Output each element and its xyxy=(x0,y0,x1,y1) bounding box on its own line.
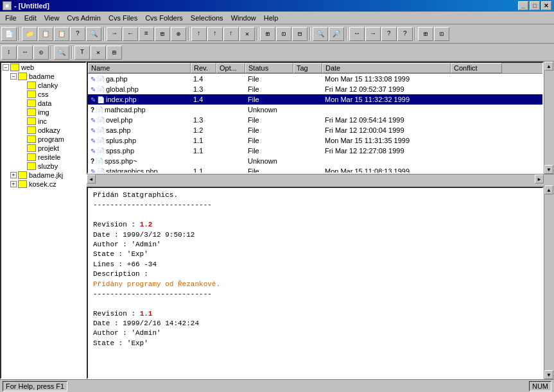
file-row-mathcad[interactable]: ? 📄 mathcad.php Unknown xyxy=(88,105,542,115)
tree-item-program[interactable]: program xyxy=(1,135,85,144)
scroll-up-btn[interactable]: ▲ xyxy=(544,62,553,71)
col-status[interactable]: Status xyxy=(245,63,293,73)
tb-btn3[interactable]: 📋 xyxy=(54,27,69,41)
file-row-spss-tilde[interactable]: ? 📄 spss.php~ Unknown xyxy=(88,156,542,166)
minimize-button[interactable]: _ xyxy=(518,1,528,10)
menu-cvs-admin[interactable]: Cvs Admin xyxy=(63,12,105,24)
tb-btn12[interactable]: ✕ xyxy=(239,27,255,41)
log-revision-label-1: Revision : 1.2 xyxy=(93,221,152,228)
tb-btn8[interactable]: ⊞ xyxy=(155,27,170,41)
tb2-btn3[interactable]: ⊙ xyxy=(33,46,49,60)
title-bar-buttons: _ □ ✕ xyxy=(518,1,551,10)
tb2-edit[interactable]: T xyxy=(74,46,90,60)
tb2-btn2[interactable]: ↔ xyxy=(17,46,33,60)
tree-item-clanky[interactable]: clanky xyxy=(1,81,85,90)
tb-btn19[interactable]: → xyxy=(365,27,381,41)
status-index: File xyxy=(245,96,293,103)
file-list-hscrollbar[interactable]: ◄ ► xyxy=(87,174,554,184)
tree-item-resitele[interactable]: resitele xyxy=(1,153,85,162)
tb-btn10[interactable]: ↑ xyxy=(207,27,223,41)
col-tag[interactable]: Tag xyxy=(293,63,322,73)
tb2-btn1[interactable]: ↕ xyxy=(1,46,17,60)
file-row-index[interactable]: ✎ 📄 index.php 1.4 File Mon Mar 15 11:32:… xyxy=(88,94,542,105)
log-state-2: State : 'Exp' xyxy=(93,339,148,347)
expand-kosek-cz[interactable]: + xyxy=(10,181,17,187)
tb-btn17[interactable]: 🔎 xyxy=(329,27,344,41)
tree-item-sluzby[interactable]: sluzby xyxy=(1,162,85,171)
tree-item-inc[interactable]: inc xyxy=(1,117,85,126)
tree-label-resitele: resitele xyxy=(38,153,60,161)
tb-btn16[interactable]: 🔍 xyxy=(313,27,328,41)
tree-item-css[interactable]: css xyxy=(1,90,85,99)
tb-btn9[interactable]: ↑ xyxy=(191,27,207,41)
col-conflict[interactable]: Conflict xyxy=(451,63,502,73)
log-scroll-down[interactable]: ▼ xyxy=(544,370,553,379)
tb-btn2[interactable]: 📋 xyxy=(38,27,53,41)
tb-btn18[interactable]: ↔ xyxy=(349,27,365,41)
tb-btn6[interactable]: ← xyxy=(123,27,138,41)
tree-item-badame[interactable]: − badame xyxy=(1,72,85,81)
tb-btn21[interactable]: ? xyxy=(397,27,413,41)
separator-2 xyxy=(103,28,105,40)
file-row-statgraphics[interactable]: ✎ 📄 statgraphics.php 1.1 File Mon Mar 15… xyxy=(88,166,542,174)
col-name[interactable]: Name xyxy=(88,63,191,73)
tb-btn5[interactable]: → xyxy=(107,27,122,41)
tree-item-odkazy[interactable]: odkazy xyxy=(1,126,85,135)
tb-btn7[interactable]: ≡ xyxy=(139,27,154,41)
tree-item-img[interactable]: img xyxy=(1,108,85,117)
menu-file[interactable]: File xyxy=(1,12,21,24)
tree-item-projekt[interactable]: projekt xyxy=(1,144,85,153)
tree-item-web[interactable]: − web xyxy=(1,63,85,72)
expand-badame[interactable]: − xyxy=(10,73,17,80)
col-opt[interactable]: Opt... xyxy=(216,63,245,73)
close-button[interactable]: ✕ xyxy=(541,1,551,10)
file-list: Name Rev. Opt... Status Tag Date Conflic… xyxy=(87,62,544,174)
menu-cvs-files[interactable]: Cvs Files xyxy=(105,12,141,24)
tb2-btn6[interactable]: ⊞ xyxy=(107,46,122,60)
tb-btn4[interactable]: 🔍 xyxy=(86,27,101,41)
log-scroll-up[interactable]: ▲ xyxy=(544,185,553,194)
unknown-icon-spss-tilde: ? xyxy=(91,158,94,165)
menu-view[interactable]: View xyxy=(40,12,64,24)
menu-help[interactable]: Help xyxy=(260,12,282,24)
tb2-btn4[interactable]: 🔍 xyxy=(54,46,69,60)
tb-btn11[interactable]: ↑ xyxy=(223,27,239,41)
file-row-sas[interactable]: ✎ 📄 sas.php 1.2 File Fri Mar 12 12:00:04… xyxy=(88,125,542,135)
status-mathcad: Unknown xyxy=(245,106,293,114)
scroll-left-btn[interactable]: ◄ xyxy=(87,175,96,183)
file-row-ovel[interactable]: ✎ 📄 ovel.php 1.3 File Fri Mar 12 09:54:1… xyxy=(88,115,542,125)
file-row-ga[interactable]: ✎ 📄 ga.php 1.4 File Mon Mar 15 11:33:08 … xyxy=(88,74,542,84)
tree-item-data[interactable]: data xyxy=(1,99,85,108)
scroll-down-btn[interactable]: ▼ xyxy=(544,165,553,174)
scroll-right-btn[interactable]: ► xyxy=(535,175,544,183)
tb-new[interactable]: 📄 xyxy=(1,27,17,41)
tb-help[interactable]: ? xyxy=(70,27,85,41)
menu-window[interactable]: Window xyxy=(227,12,260,24)
tree-label-program: program xyxy=(38,135,64,143)
col-date[interactable]: Date xyxy=(322,63,451,73)
expand-badame-jkj[interactable]: + xyxy=(10,172,17,178)
tb-stop[interactable]: ⊗ xyxy=(171,27,186,41)
expand-web[interactable]: − xyxy=(3,64,9,71)
tree-item-badame-jkj[interactable]: + badame.jkj xyxy=(1,171,85,180)
tb-btn15[interactable]: ⊟ xyxy=(292,27,307,41)
tb-btn22[interactable]: ⊞ xyxy=(418,27,433,41)
menu-edit[interactable]: Edit xyxy=(21,12,40,24)
menu-cvs-folders[interactable]: Cvs Folders xyxy=(141,12,187,24)
tb-open[interactable]: 📁 xyxy=(22,27,37,41)
file-list-scrollbar[interactable]: ▲ ▼ xyxy=(544,62,554,174)
tb2-btn5[interactable]: ✕ xyxy=(91,46,106,60)
tb-btn20[interactable]: ? xyxy=(381,27,397,41)
file-row-splus[interactable]: ✎ 📄 splus.php 1.1 File Mon Mar 15 11:31:… xyxy=(88,135,542,146)
file-row-spss[interactable]: ✎ 📄 spss.php 1.1 File Fri Mar 12 12:27:0… xyxy=(88,146,542,156)
tb-btn13[interactable]: ⊞ xyxy=(260,27,275,41)
log-author-2: Author : 'Admin' xyxy=(93,329,161,337)
tb-btn14[interactable]: ⊡ xyxy=(276,27,291,41)
file-row-global[interactable]: ✎ 📄 global.php 1.3 File Fri Mar 12 09:52… xyxy=(88,84,542,94)
tree-item-kosek-cz[interactable]: + kosek.cz xyxy=(1,180,85,189)
menu-selections[interactable]: Selections xyxy=(187,12,227,24)
log-scrollbar[interactable]: ▲ ▼ xyxy=(544,185,554,379)
maximize-button[interactable]: □ xyxy=(530,1,540,10)
tb-btn23[interactable]: ⊡ xyxy=(434,27,449,41)
col-rev[interactable]: Rev. xyxy=(191,63,216,73)
